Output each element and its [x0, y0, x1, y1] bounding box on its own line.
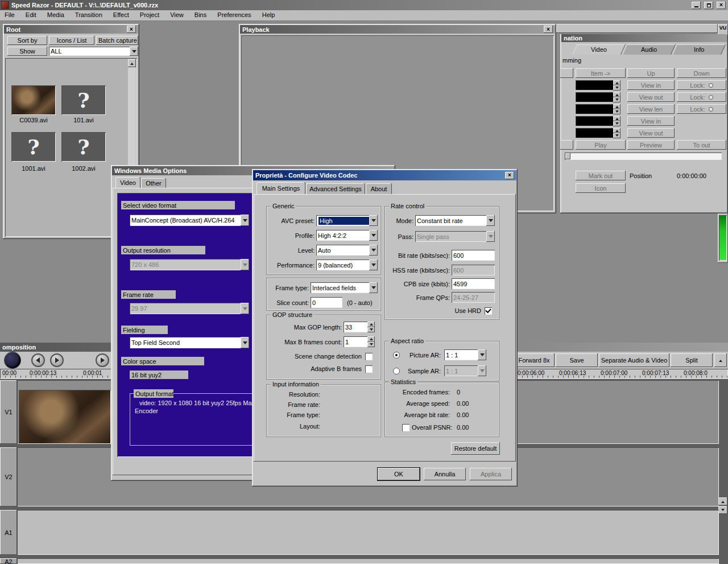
timeline-clip[interactable]	[19, 390, 111, 444]
forward-8x-button[interactable]: Forward 8x	[514, 353, 555, 367]
down-button[interactable]: Down	[677, 68, 726, 78]
chevron-down-icon[interactable]	[478, 349, 486, 360]
icon-button[interactable]: Icon	[576, 183, 626, 193]
scene-change-checkbox[interactable]	[365, 353, 373, 360]
max-gop-length-stepper[interactable]	[367, 322, 375, 332]
track-header-v1[interactable]: V1	[0, 380, 17, 444]
timecode-field[interactable]	[576, 92, 621, 102]
spin-up-icon[interactable]	[613, 116, 621, 121]
bin-filter-select[interactable]: ALL	[49, 47, 138, 56]
chevron-down-icon[interactable]	[486, 215, 495, 226]
spin-down-icon[interactable]	[613, 121, 621, 126]
lock-button[interactable]: Lock:	[677, 80, 726, 90]
root-close-button[interactable]: ×	[127, 26, 136, 33]
profile-select[interactable]: High 4:2:2	[316, 230, 378, 241]
preview-button[interactable]: Preview	[627, 140, 675, 150]
tab-audio[interactable]: Audio	[622, 44, 676, 55]
close-button[interactable]: ×	[717, 2, 726, 9]
menu-media[interactable]: Media	[43, 10, 69, 19]
use-hrd-checkbox[interactable]	[485, 307, 492, 315]
scroll-up-icon[interactable]	[718, 497, 727, 505]
timecode-field[interactable]	[576, 104, 621, 114]
picture-ar-radio[interactable]	[393, 352, 400, 359]
view-out-button[interactable]: View out	[627, 92, 675, 102]
forward-button[interactable]	[96, 353, 109, 367]
menu-project[interactable]: Project	[135, 10, 164, 19]
unknown-media-icon[interactable]: ?	[61, 85, 106, 115]
sort-by-button[interactable]: Sort by	[7, 36, 47, 45]
restore-default-button[interactable]: Restore default	[451, 442, 500, 455]
picture-ar-select[interactable]: 1 : 1	[444, 349, 486, 360]
adaptive-b-checkbox[interactable]	[365, 365, 373, 373]
clipped-button[interactable]	[560, 140, 573, 150]
level-select[interactable]: Auto	[316, 245, 378, 256]
timecode-field[interactable]	[576, 80, 621, 90]
menu-edit[interactable]: Edit	[21, 10, 41, 19]
tab-other[interactable]: Other	[141, 178, 166, 188]
tab-about[interactable]: About	[366, 183, 392, 194]
timecode-field[interactable]	[576, 128, 621, 138]
timecode-field[interactable]	[576, 116, 621, 126]
fielding-select[interactable]: Top Field Second	[130, 337, 249, 348]
sample-ar-radio[interactable]	[393, 368, 400, 374]
save-button[interactable]: Save	[556, 353, 598, 367]
unknown-media-icon[interactable]: ?	[61, 132, 106, 162]
frame-type-select[interactable]: Interlaced fields	[311, 282, 378, 293]
scroll-up-icon[interactable]	[128, 59, 136, 67]
spin-up-icon[interactable]	[613, 80, 621, 85]
chevron-down-icon[interactable]	[369, 260, 378, 270]
mark-out-button[interactable]: Mark out	[576, 171, 626, 180]
clipped-button[interactable]	[560, 68, 573, 78]
overall-psnr-checkbox[interactable]	[402, 424, 410, 431]
track-header-v2[interactable]: V2	[0, 447, 17, 507]
track-header-a1[interactable]: A1	[0, 510, 17, 555]
max-gop-length-input[interactable]: 33	[344, 322, 367, 332]
chevron-down-icon[interactable]	[241, 215, 249, 226]
lock-button[interactable]: Lock:	[677, 92, 726, 102]
up-button[interactable]: Up	[627, 68, 675, 78]
media-thumbnail[interactable]	[11, 85, 56, 115]
menu-preferences[interactable]: Preferences	[213, 10, 255, 19]
track-header-a2[interactable]: A2	[0, 558, 17, 564]
spin-down-icon[interactable]	[613, 109, 621, 114]
bit-rate-input[interactable]: 600	[452, 250, 495, 261]
batch-capture-button[interactable]: Batch capture	[96, 36, 138, 45]
menu-effect[interactable]: Effect	[109, 10, 134, 19]
playback-close-button[interactable]: ×	[544, 26, 553, 33]
chevron-down-icon[interactable]	[369, 282, 378, 293]
spin-up-icon[interactable]	[613, 104, 621, 109]
max-b-frames-input[interactable]: 1	[344, 336, 367, 347]
view-in-button[interactable]: View in	[627, 116, 675, 126]
scroll-down-icon[interactable]	[718, 506, 727, 514]
menu-bins[interactable]: Bins	[190, 10, 211, 19]
cancel-button[interactable]: Annulla	[424, 468, 466, 480]
chevron-down-icon[interactable]	[369, 245, 378, 256]
spin-down-icon[interactable]	[613, 85, 621, 90]
to-out-button[interactable]: To out	[677, 140, 726, 150]
media-item-label[interactable]: 101.avi	[57, 117, 110, 123]
show-button[interactable]: Show	[7, 47, 47, 56]
menu-help[interactable]: Help	[258, 10, 280, 19]
avc-preset-select[interactable]: High	[316, 215, 378, 226]
lock-button[interactable]: Lock:	[677, 104, 726, 114]
play-button[interactable]	[50, 353, 64, 367]
chevron-down-icon[interactable]	[130, 47, 138, 56]
spin-up-icon[interactable]	[613, 128, 621, 133]
chevron-down-icon[interactable]	[369, 215, 378, 226]
rewind-button[interactable]	[31, 353, 45, 367]
play-button[interactable]: Play	[576, 140, 626, 150]
menu-view[interactable]: View	[166, 10, 188, 19]
media-item-label[interactable]: C0039.avi	[7, 117, 60, 123]
unknown-media-icon[interactable]: ?	[11, 132, 56, 162]
media-item-label[interactable]: 1002.avi	[57, 165, 110, 172]
spin-down-icon[interactable]	[613, 97, 621, 102]
scroll-up-icon[interactable]	[714, 353, 727, 367]
spin-down-icon[interactable]	[613, 133, 621, 138]
separate-audio-video-button[interactable]: Separate Audio & Video	[599, 353, 669, 367]
chevron-down-icon[interactable]	[241, 337, 249, 348]
mode-select[interactable]: Constant bit rate	[415, 215, 495, 226]
restore-button[interactable]	[704, 2, 713, 9]
tab-video[interactable]: Video	[572, 44, 626, 55]
trim-slider[interactable]	[565, 153, 722, 160]
max-b-frames-stepper[interactable]	[367, 336, 375, 347]
